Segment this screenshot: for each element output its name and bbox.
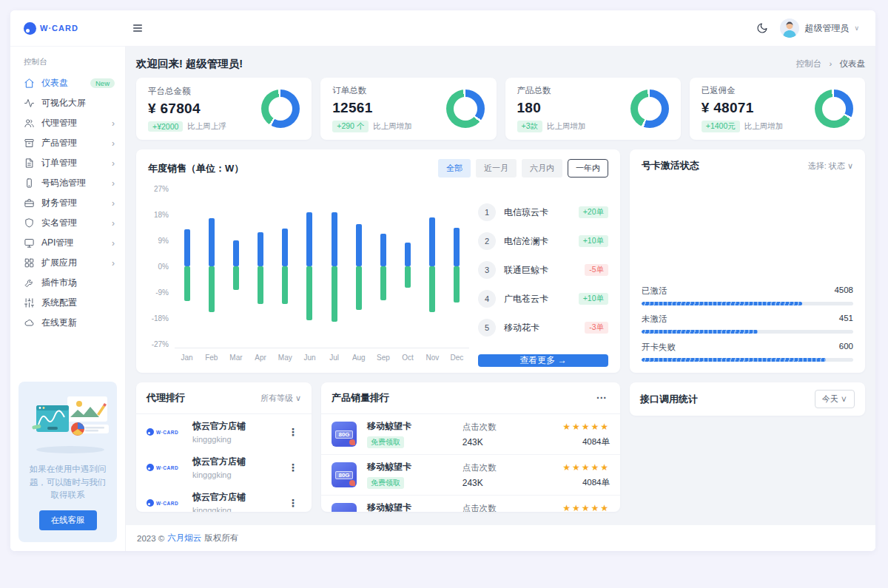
product-name: 移动鲸望卡 <box>367 501 462 512</box>
sidebar-item-label: 代理管理 <box>41 117 112 129</box>
activation-value: 4508 <box>834 285 853 297</box>
footer-brand-link[interactable]: 六月烟云 <box>167 533 201 544</box>
product-name: 移动鲸望卡 <box>367 461 462 473</box>
view-more-button[interactable]: 查看更多 → <box>478 354 608 367</box>
sidebar-item-11[interactable]: 插件市场 <box>10 273 125 293</box>
agent-logo-text: W·CARD <box>156 501 178 506</box>
monitor-icon <box>24 237 35 249</box>
rank-number: 1 <box>478 203 496 221</box>
stat-note: 比上周增加 <box>373 121 412 132</box>
agent-subtitle: kingggking <box>192 506 285 512</box>
agent-row[interactable]: W·CARD惊云官方店铺kingggking⋮ <box>136 485 312 512</box>
menu-toggle-icon[interactable] <box>132 22 144 34</box>
x-tick-label: Sep <box>371 354 395 363</box>
sidebar-item-4[interactable]: 产品管理› <box>10 133 125 153</box>
breadcrumb: 控制台 › 仪表盘 <box>796 58 865 70</box>
product-row[interactable]: 80G移动鲸望卡免费领取点击次数243K★★★★★4084单 <box>321 496 620 512</box>
agent-name: 惊云官方店铺 <box>192 420 285 433</box>
home-icon <box>24 78 35 89</box>
chart-filter-1[interactable]: 全部 <box>438 159 471 178</box>
product-row[interactable]: 80G移动鲸望卡免费领取点击次数243K★★★★★4084单 <box>321 455 620 496</box>
chevron-right-icon: › <box>112 258 115 268</box>
row-menu-icon[interactable]: ⋮ <box>285 462 301 473</box>
sidebar-item-2[interactable]: 可视化大屏 <box>10 93 125 113</box>
user-name: 超级管理员 <box>804 22 849 35</box>
stat-value: 12561 <box>332 100 412 116</box>
agents-level-select[interactable]: 所有等级 ∨ <box>260 393 301 404</box>
x-tick-label: Dec <box>445 354 469 363</box>
main-content: 欢迎回来! 超级管理员! 控制台 › 仪表盘 平台总金额¥ 67804+¥200… <box>126 47 875 525</box>
product-thumbnail: 80G <box>332 503 357 512</box>
rank-item[interactable]: 2电信沧澜卡+10单 <box>478 232 608 251</box>
breadcrumb-root[interactable]: 控制台 <box>796 59 822 68</box>
sidebar-item-7[interactable]: 财务管理› <box>10 193 125 213</box>
sidebar-item-6[interactable]: 号码池管理› <box>10 173 125 193</box>
bar-column-jul <box>322 185 346 348</box>
progress-fill <box>642 330 758 334</box>
sidebar-item-3[interactable]: 代理管理› <box>10 113 125 133</box>
product-row[interactable]: 80G移动鲸望卡免费领取点击次数243K★★★★★4084单 <box>321 414 620 455</box>
api-range-select[interactable]: 今天 ∨ <box>815 390 855 408</box>
bar-down <box>209 266 215 312</box>
agents-panel: 代理排行 所有等级 ∨ W·CARD惊云官方店铺kingggking⋮W·CAR… <box>136 382 312 512</box>
chevron-right-icon: › <box>112 118 115 129</box>
chart-filter-4[interactable]: 一年内 <box>568 159 608 178</box>
sidebar-item-10[interactable]: 扩展应用› <box>10 253 125 273</box>
sidebar-item-12[interactable]: 系统配置 <box>10 293 125 313</box>
brand-logo[interactable]: W·CARD <box>10 22 126 35</box>
user-menu[interactable]: 超级管理员 ∨ <box>780 18 859 38</box>
y-tick-label: 27% <box>148 185 169 193</box>
status-select[interactable]: 选择: 状态 ∨ <box>808 160 853 172</box>
bar-column-jun <box>297 185 322 348</box>
agent-row[interactable]: W·CARD惊云官方店铺kingggking⋮ <box>136 450 312 485</box>
stat-delta-badge: +3款 <box>517 121 542 132</box>
row-menu-icon[interactable]: ⋮ <box>285 426 301 438</box>
sidebar-item-8[interactable]: 实名管理› <box>10 213 125 233</box>
api-stats-panel: 接口调用统计 今天 ∨ <box>630 382 865 416</box>
rank-item[interactable]: 3联通巨鲸卡-5单 <box>478 260 608 280</box>
users-icon <box>24 118 35 129</box>
progress-fill <box>642 302 802 305</box>
product-rank-list: 1电信琼云卡+20单2电信沧澜卡+10单3联通巨鲸卡-5单4广电苍云卡+10单5… <box>478 185 608 363</box>
rank-item[interactable]: 5移动花卡-3单 <box>478 318 608 337</box>
free-badge: 免费领取 <box>367 436 404 448</box>
sidebar-menu: 仪表盘New可视化大屏代理管理›产品管理›订单管理›号码池管理›财务管理›实名管… <box>10 73 125 333</box>
sidebar-item-5[interactable]: 订单管理› <box>10 153 125 173</box>
product-name: 移动鲸望卡 <box>367 420 462 433</box>
clicks-value: 243K <box>462 478 542 488</box>
chevron-right-icon: › <box>112 178 115 189</box>
sidebar-item-9[interactable]: API管理› <box>10 233 125 253</box>
shield-icon <box>24 217 35 229</box>
briefcase-icon <box>24 197 35 209</box>
sidebar-item-13[interactable]: 在线更新 <box>10 313 125 333</box>
sidebar-item-1[interactable]: 仪表盘New <box>10 73 125 93</box>
stat-card: 平台总金额¥ 67804+¥2000比上周上浮 <box>136 78 312 140</box>
order-count: 4084单 <box>542 436 610 447</box>
rank-item[interactable]: 4广电苍云卡+10单 <box>478 289 608 308</box>
chart-filter-3[interactable]: 六月内 <box>522 159 562 178</box>
agents-title: 代理排行 <box>147 391 185 405</box>
agent-name: 惊云官方店铺 <box>192 456 285 468</box>
annual-sales-panel: 年度销售（单位：W） 全部近一月六月内一年内 27%18%9%0%-9%-18%… <box>136 149 620 373</box>
product-sales-title: 产品销量排行 <box>332 391 389 405</box>
online-support-button[interactable]: 在线客服 <box>39 510 97 530</box>
stat-note: 比上周增加 <box>547 121 586 132</box>
cloud-icon <box>24 317 35 328</box>
rank-item[interactable]: 1电信琼云卡+20单 <box>478 203 608 222</box>
clicks-label: 点击次数 <box>462 422 542 433</box>
stat-donut-chart <box>261 89 300 128</box>
row-menu-icon[interactable]: ⋮ <box>285 497 301 509</box>
y-tick-label: 9% <box>148 237 169 245</box>
agent-subtitle: kingggking <box>192 435 285 444</box>
bar-up <box>380 234 386 266</box>
chart-filter-2[interactable]: 近一月 <box>476 159 517 178</box>
x-tick-label: Jan <box>175 354 199 363</box>
breadcrumb-current: 仪表盘 <box>840 59 866 68</box>
bar-up <box>282 229 288 266</box>
panel-menu-icon[interactable]: ··· <box>593 392 610 404</box>
stat-value: 180 <box>517 100 586 116</box>
agent-row[interactable]: W·CARD惊云官方店铺kingggking⋮ <box>136 414 312 450</box>
bar-down <box>332 266 337 322</box>
dark-mode-icon[interactable] <box>756 22 768 34</box>
grid-icon <box>24 257 35 268</box>
